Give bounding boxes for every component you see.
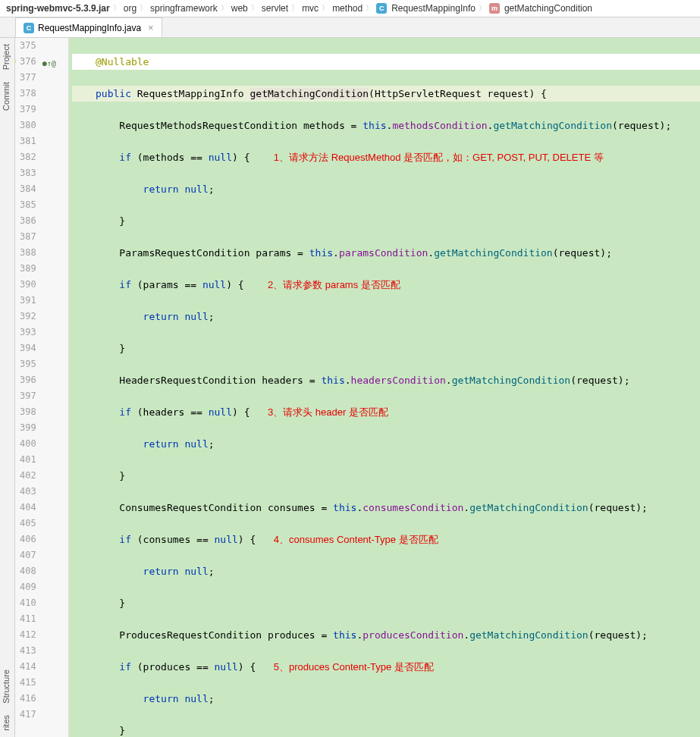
breadcrumb-item[interactable]: web xyxy=(231,3,248,14)
tool-window-bar: Project Commit Structure rites xyxy=(0,38,15,737)
class-icon: C xyxy=(376,3,387,14)
tab-bar: C RequestMappingInfo.java × xyxy=(0,17,700,38)
breadcrumb: spring-webmvc-5.3.9.jar 〉 org 〉 springfr… xyxy=(0,0,700,17)
breadcrumb-item[interactable]: springframework xyxy=(150,3,218,14)
chevron-icon: 〉 xyxy=(322,3,329,14)
gutter-markers: ●↑@ 💡 xyxy=(42,38,68,737)
override-marker[interactable]: ●↑@ xyxy=(42,55,56,71)
chevron-icon: 〉 xyxy=(479,3,486,14)
tool-project[interactable]: Project xyxy=(0,38,12,76)
annotation-1: 1、请求方法 RequestMethod 是否匹配，如：GET, POST, P… xyxy=(274,152,604,163)
code-area[interactable]: @Nullable public RequestMappingInfo getM… xyxy=(69,38,700,737)
chevron-icon: 〉 xyxy=(291,3,299,14)
gutter: 3753763773783793803813823833843853863873… xyxy=(15,38,69,737)
chevron-icon: 〉 xyxy=(140,3,147,14)
tool-commit[interactable]: Commit xyxy=(0,76,12,117)
tab-filename: RequestMappingInfo.java xyxy=(38,23,141,33)
tool-favorites[interactable]: rites xyxy=(0,709,12,737)
annotation-3: 3、请求头 header 是否匹配 xyxy=(268,406,388,418)
breadcrumb-item[interactable]: getMatchingCondition xyxy=(504,3,592,14)
breadcrumb-item[interactable]: mvc xyxy=(302,3,319,14)
close-icon[interactable]: × xyxy=(148,22,154,33)
annotation-5: 5、produces Content-Type 是否匹配 xyxy=(274,661,434,673)
chevron-icon: 〉 xyxy=(221,3,228,14)
method-icon: m xyxy=(489,3,500,14)
breadcrumb-item[interactable]: method xyxy=(332,3,363,14)
breadcrumb-item[interactable]: servlet xyxy=(262,3,288,14)
annotation-2: 2、请求参数 params 是否匹配 xyxy=(268,279,400,290)
line-numbers: 3753763773783793803813823833843853863873… xyxy=(15,38,42,737)
bulb-icon[interactable]: 💡 xyxy=(15,55,17,66)
chevron-icon: 〉 xyxy=(366,3,373,14)
annotation-4: 4、consumes Content-Type 是否匹配 xyxy=(274,534,438,545)
breadcrumb-item[interactable]: org xyxy=(124,3,137,14)
code-editor[interactable]: 3753763773783793803813823833843853863873… xyxy=(15,38,700,737)
chevron-icon: 〉 xyxy=(113,3,121,14)
class-icon: C xyxy=(24,23,34,33)
chevron-icon: 〉 xyxy=(251,3,259,14)
breadcrumb-item[interactable]: RequestMappingInfo xyxy=(391,3,476,14)
tool-structure[interactable]: Structure xyxy=(0,663,12,710)
file-tab[interactable]: C RequestMappingInfo.java × xyxy=(15,17,162,37)
breadcrumb-item[interactable]: spring-webmvc-5.3.9.jar xyxy=(6,3,110,14)
